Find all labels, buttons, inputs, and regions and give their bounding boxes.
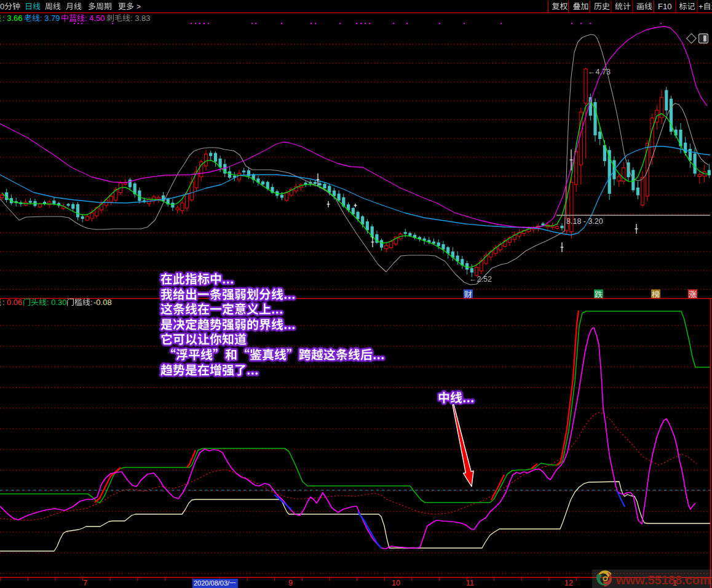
svg-text:F10: F10 [658, 2, 671, 11]
svg-text:8.18 - 3.20: 8.18 - 3.20 [566, 217, 603, 226]
svg-text:: 3.66: : 3.66 [2, 14, 23, 23]
svg-text:www.55188.com: www.55188.com [615, 573, 711, 587]
svg-text:9: 9 [288, 579, 293, 587]
svg-text:: 3.83: : 3.83 [130, 14, 151, 23]
svg-text:12: 12 [564, 579, 573, 587]
svg-text:11: 11 [466, 579, 474, 587]
svg-text::: : [2, 298, 5, 307]
svg-text:0.06: 0.06 [7, 298, 22, 307]
svg-text:: 0.30: : 0.30 [47, 298, 67, 307]
svg-text:-0.08: -0.08 [93, 298, 112, 307]
svg-text:7: 7 [83, 579, 87, 587]
svg-text:+: + [698, 2, 703, 11]
svg-text:2020/08/03/一: 2020/08/03/一 [194, 579, 236, 587]
svg-text:0: 0 [0, 2, 4, 11]
svg-text:←2.52: ←2.52 [469, 275, 492, 284]
svg-text:←4.73: ←4.73 [588, 68, 611, 76]
svg-text::: : [90, 298, 93, 307]
svg-text:: 3.79: : 3.79 [40, 14, 60, 23]
svg-text:>: > [136, 2, 141, 11]
svg-text:10: 10 [392, 579, 400, 587]
svg-text:: 4.50: : 4.50 [85, 14, 105, 23]
